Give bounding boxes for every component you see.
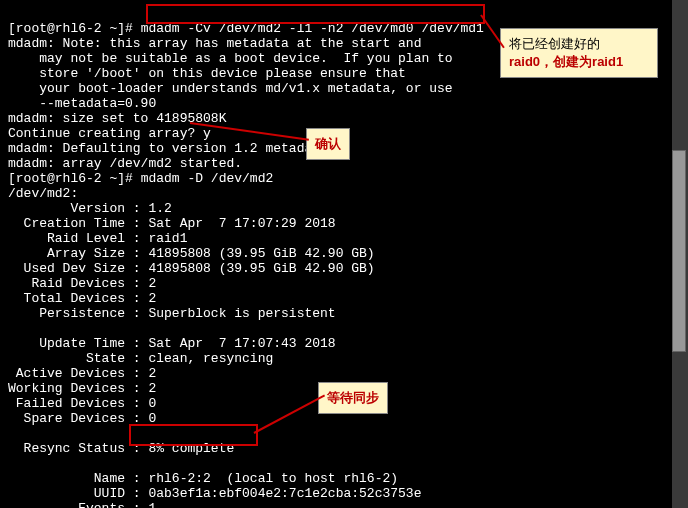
detail-state: State : clean, resyncing bbox=[8, 351, 273, 366]
output-line-confirm: Continue creating array? y bbox=[8, 126, 211, 141]
detail-used-dev-size: Used Dev Size : 41895808 (39.95 GiB 42.9… bbox=[8, 261, 375, 276]
callout-text: 确认 bbox=[315, 136, 341, 151]
detail-uuid: UUID : 0ab3ef1a:ebf004e2:7c1e2cba:52c375… bbox=[8, 486, 421, 501]
detail-total-devices: Total Devices : 2 bbox=[8, 291, 156, 306]
detail-active-devices: Active Devices : 2 bbox=[8, 366, 156, 381]
detail-raid-level: Raid Level : raid1 bbox=[8, 231, 187, 246]
output-device: /dev/md2: bbox=[8, 186, 78, 201]
detail-raid-devices: Raid Devices : 2 bbox=[8, 276, 156, 291]
output-line: mdadm: array /dev/md2 started. bbox=[8, 156, 242, 171]
detail-working-devices: Working Devices : 2 bbox=[8, 381, 156, 396]
callout-text: 等待同步 bbox=[327, 390, 379, 405]
detail-failed-devices: Failed Devices : 0 bbox=[8, 396, 156, 411]
detail-spare-devices: Spare Devices : 0 bbox=[8, 411, 156, 426]
output-line: --metadata=0.90 bbox=[8, 96, 156, 111]
detail-creation-time: Creation Time : Sat Apr 7 17:07:29 2018 bbox=[8, 216, 336, 231]
scrollbar-thumb[interactable] bbox=[672, 150, 686, 352]
command-mdadm-create: mdadm -Cv /dev/md2 -l1 -n2 /dev/md0 /dev… bbox=[133, 21, 484, 36]
detail-persistence: Persistence : Superblock is persistent bbox=[8, 306, 336, 321]
output-line: mdadm: Defaulting to version 1.2 metadat… bbox=[8, 141, 328, 156]
detail-version: Version : 1.2 bbox=[8, 201, 172, 216]
callout-text: raid0，创建为raid1 bbox=[509, 54, 623, 69]
callout-confirm: 确认 bbox=[306, 128, 350, 160]
shell-prompt: [root@rhl6-2 ~]# bbox=[8, 171, 133, 186]
output-line: your boot-loader understands md/v1.x met… bbox=[8, 81, 453, 96]
detail-events: Events : 1 bbox=[8, 501, 156, 508]
vertical-scrollbar[interactable] bbox=[672, 0, 688, 508]
output-line: may not be suitable as a boot device. If… bbox=[8, 51, 453, 66]
callout-wait-sync: 等待同步 bbox=[318, 382, 388, 414]
output-line: store '/boot' on this device please ensu… bbox=[8, 66, 406, 81]
detail-resync-status: Resync Status : 8% complete bbox=[8, 441, 234, 456]
callout-text: 将已经创建好的 bbox=[509, 36, 600, 51]
detail-array-size: Array Size : 41895808 (39.95 GiB 42.90 G… bbox=[8, 246, 375, 261]
detail-update-time: Update Time : Sat Apr 7 17:07:43 2018 bbox=[8, 336, 336, 351]
command-mdadm-detail: mdadm -D /dev/md2 bbox=[133, 171, 273, 186]
detail-name: Name : rhl6-2:2 (local to host rhl6-2) bbox=[8, 471, 398, 486]
callout-create-raid1: 将已经创建好的 raid0，创建为raid1 bbox=[500, 28, 658, 78]
shell-prompt: [root@rhl6-2 ~]# bbox=[8, 21, 133, 36]
output-line: mdadm: Note: this array has metadata at … bbox=[8, 36, 421, 51]
